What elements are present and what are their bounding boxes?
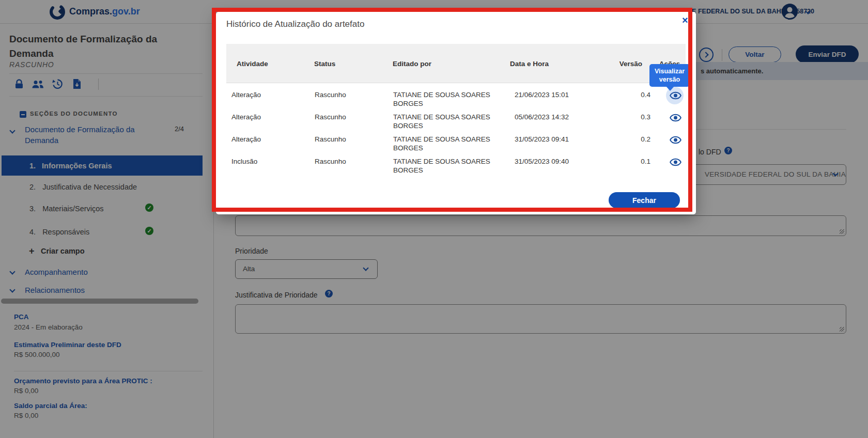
view-version-button[interactable] <box>665 111 686 124</box>
table-row: Alteração Rascunho TATIANE DE SOUSA SOAR… <box>226 90 686 111</box>
cell-versao: 0.3 <box>593 113 650 121</box>
cell-atividade: Alteração <box>231 113 261 121</box>
cell-atividade: Alteração <box>231 135 261 144</box>
cell-atividade: Alteração <box>231 90 261 99</box>
cell-data-hora: 31/05/2023 09:40 <box>515 157 569 166</box>
table-row: Alteração Rascunho TATIANE DE SOUSA SOAR… <box>226 113 686 133</box>
cell-status: Rascunho <box>315 90 346 99</box>
cell-versao: 0.1 <box>593 157 650 166</box>
column-header-status: Status <box>314 60 335 68</box>
cell-data-hora: 31/05/2023 09:41 <box>515 135 569 144</box>
column-header-editado-por: Editado por <box>393 60 431 68</box>
cell-status: Rascunho <box>315 113 346 121</box>
cell-editado-por: TATIANE DE SOUSA SOARES BORGES <box>393 157 502 175</box>
cell-editado-por: TATIANE DE SOUSA SOARES BORGES <box>393 90 502 108</box>
eye-icon <box>670 136 681 144</box>
table-row: Alteração Rascunho TATIANE DE SOUSA SOAR… <box>226 135 686 155</box>
screen: Compras.gov.br UNIVERSIDADE FEDERAL DO S… <box>0 0 868 438</box>
table-row: Inclusão Rascunho TATIANE DE SOUSA SOARE… <box>226 157 686 178</box>
cell-data-hora: 05/06/2023 14:32 <box>515 113 569 121</box>
cell-status: Rascunho <box>315 135 346 144</box>
view-version-button[interactable] <box>665 133 686 147</box>
history-modal: Histórico de Atualização do artefato × A… <box>216 12 696 214</box>
modal-title: Histórico de Atualização do artefato <box>226 19 364 29</box>
eye-icon <box>670 114 681 122</box>
cell-editado-por: TATIANE DE SOUSA SOARES BORGES <box>393 135 502 152</box>
cell-data-hora: 21/06/2023 15:01 <box>515 90 569 99</box>
cell-versao: 0.2 <box>593 135 650 144</box>
cell-atividade: Inclusão <box>231 157 257 166</box>
view-version-button[interactable] <box>665 155 686 169</box>
eye-icon <box>670 91 681 100</box>
cell-status: Rascunho <box>315 157 346 166</box>
visualizar-versao-tooltip: Visualizar versão <box>649 64 690 87</box>
close-icon[interactable]: × <box>679 14 691 27</box>
column-header-atividade: Atividade <box>237 60 268 68</box>
table-header-row: Atividade Status Editado por Data e Hora… <box>226 44 686 83</box>
tooltip-arrow <box>666 86 674 91</box>
column-header-versao: Versão <box>593 60 642 68</box>
eye-icon <box>670 158 681 166</box>
fechar-button[interactable]: Fechar <box>609 192 680 208</box>
cell-versao: 0.4 <box>593 90 650 99</box>
column-header-data-e-hora: Data e Hora <box>510 60 549 68</box>
cell-editado-por: TATIANE DE SOUSA SOARES BORGES <box>393 113 502 130</box>
